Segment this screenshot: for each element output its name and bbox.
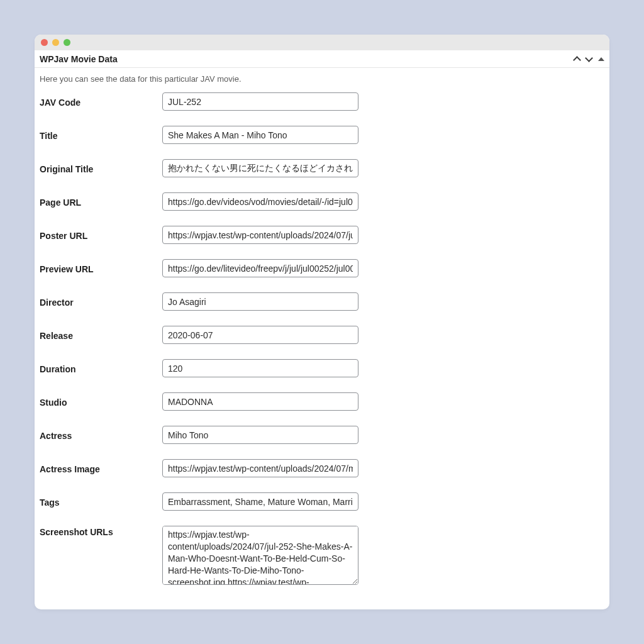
window-titlebar [35, 35, 609, 50]
input-actress[interactable] [162, 426, 358, 444]
panel-description: Here you can see the data for this parti… [35, 68, 609, 92]
window-minimize-icon[interactable] [52, 39, 59, 46]
label-tags: Tags [40, 496, 162, 508]
input-tags[interactable] [162, 492, 358, 511]
move-down-icon[interactable] [585, 54, 593, 62]
input-jav-code[interactable] [162, 92, 358, 111]
row-tags: Tags [35, 492, 609, 511]
row-director: Director [35, 292, 609, 311]
panel-header-icons [574, 55, 604, 63]
label-page-url: Page URL [40, 196, 162, 208]
row-poster-url: Poster URL [35, 226, 609, 244]
row-screenshot-urls: Screenshot URLs [35, 526, 609, 585]
label-original-title: Original Title [40, 163, 162, 174]
row-preview-url: Preview URL [35, 259, 609, 277]
row-title: Title [35, 126, 609, 144]
label-actress: Actress [40, 430, 162, 441]
input-director[interactable] [162, 292, 358, 311]
label-jav-code: JAV Code [40, 96, 162, 108]
toggle-panel-icon[interactable] [598, 57, 604, 61]
label-preview-url: Preview URL [40, 263, 162, 274]
input-duration[interactable] [162, 359, 358, 377]
label-screenshot-urls: Screenshot URLs [40, 526, 162, 537]
input-preview-url[interactable] [162, 259, 358, 277]
label-release: Release [40, 330, 162, 341]
window-zoom-icon[interactable] [64, 39, 70, 46]
row-page-url: Page URL [35, 192, 609, 211]
row-original-title: Original Title [35, 159, 609, 177]
label-director: Director [40, 296, 162, 308]
window-close-icon[interactable] [41, 39, 48, 46]
input-poster-url[interactable] [162, 226, 358, 244]
row-actress-image: Actress Image [35, 459, 609, 477]
input-studio[interactable] [162, 392, 358, 411]
label-actress-image: Actress Image [40, 463, 162, 474]
input-actress-image[interactable] [162, 459, 358, 477]
row-studio: Studio [35, 392, 609, 411]
input-release[interactable] [162, 326, 358, 344]
input-title[interactable] [162, 126, 358, 144]
panel-header: WPJav Movie Data [35, 50, 609, 68]
row-actress: Actress [35, 426, 609, 444]
row-duration: Duration [35, 359, 609, 377]
row-release: Release [35, 326, 609, 344]
panel-title: WPJav Movie Data [40, 54, 118, 64]
row-jav-code: JAV Code [35, 92, 609, 111]
label-title: Title [40, 130, 162, 141]
textarea-screenshot-urls[interactable] [162, 526, 358, 585]
move-up-icon[interactable] [573, 56, 581, 64]
label-studio: Studio [40, 396, 162, 408]
window-frame: WPJav Movie Data Here you can see the da… [35, 35, 609, 609]
input-page-url[interactable] [162, 192, 358, 211]
label-duration: Duration [40, 363, 162, 374]
input-original-title[interactable] [162, 159, 358, 177]
label-poster-url: Poster URL [40, 230, 162, 241]
